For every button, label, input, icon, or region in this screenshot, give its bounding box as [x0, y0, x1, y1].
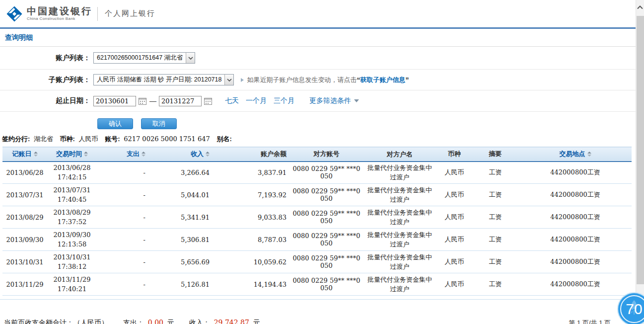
sort-icon	[34, 152, 38, 157]
cell-date: 2013/09/30	[2, 229, 47, 251]
cell-date: 2013/10/31	[2, 251, 47, 273]
account-list-row: 账户列表： 6217002650001751647 湖北省	[0, 47, 636, 70]
banner-divider	[97, 7, 98, 21]
column-header-expense[interactable]: 支出	[97, 147, 151, 162]
cell-expense: -	[97, 273, 151, 296]
sort-icon	[587, 152, 591, 157]
scrollbar-thumb[interactable]	[637, 16, 644, 284]
cell-currency: 人民币	[437, 273, 472, 296]
cell-location: 442000800工资	[519, 184, 632, 206]
cell-time: 2013/08/2917:37:52	[47, 206, 97, 229]
close-quote: ”	[405, 76, 409, 84]
cell-balance: 8,787.03	[214, 229, 290, 251]
income-total-value: 29,742.87	[214, 319, 249, 324]
cell-counter_account: 0080 0229 59** ***0 050	[290, 251, 362, 273]
calendar-icon[interactable]	[139, 97, 146, 105]
scroll-up-button[interactable]	[636, 0, 644, 15]
sub-account-hint: 如果近期子账户信息发生变动，请点击 “ 获取子账户信息 ”	[241, 76, 409, 84]
column-label: 账户余额	[261, 150, 286, 158]
more-filters-link[interactable]: 更多筛选条件	[309, 96, 359, 105]
column-label: 交易时间	[56, 150, 82, 158]
bank-name-en: China Construction Bank	[27, 16, 92, 21]
account-list-select[interactable]: 6217002650001751647 湖北省	[93, 52, 195, 64]
cell-counter_name: 批量代付业务资金集中过渡户	[362, 251, 437, 273]
income-unit: 元	[253, 319, 260, 324]
cell-expense: -	[97, 206, 151, 229]
cell-counter_account: 0080 0229 59** ***0 050	[290, 162, 362, 184]
table-header-row: 记账日交易时间支出收入账户余额对方账号对方户名币种摘要交易地点	[2, 147, 632, 162]
currency-label: 币种:	[60, 135, 75, 143]
cell-time: 2013/10/3117:38:12	[47, 251, 97, 273]
vertical-scrollbar[interactable]	[636, 0, 644, 324]
cell-summary: 工资	[472, 229, 519, 251]
cell-location: 442000800工资	[519, 229, 632, 251]
currency-value: 人民币	[79, 135, 98, 143]
quick-range-1month[interactable]: 一个月	[246, 96, 267, 105]
transactions-table: 记账日交易时间支出收入账户余额对方账号对方户名币种摘要交易地点 2013/06/…	[2, 147, 632, 296]
alias-label: 别名:	[216, 135, 231, 143]
confirm-button[interactable]: 确认	[97, 118, 133, 129]
totals-label: 当前页收支金额合计：（人民币）	[4, 319, 108, 324]
chevron-down-icon[interactable]	[224, 75, 233, 85]
cell-currency: 人民币	[437, 251, 472, 273]
calendar-icon[interactable]	[204, 97, 212, 105]
cell-income: 3,266.64	[151, 162, 214, 184]
cell-counter_name: 批量代付业务资金集中过渡户	[362, 206, 437, 229]
more-filters-label: 更多筛选条件	[309, 96, 351, 105]
expense-total-value: 0.00	[148, 319, 163, 324]
column-header-time[interactable]: 交易时间	[47, 147, 97, 162]
cell-location: 442000800工资	[519, 206, 632, 229]
cell-counter_name: 批量代付业务资金集中过渡户	[362, 229, 437, 251]
cell-income: 5,306.81	[151, 229, 214, 251]
cell-expense: -	[97, 184, 151, 206]
triangle-down-icon	[354, 99, 359, 102]
account-number-value: 6217 0026 5000 1751 647	[124, 135, 210, 143]
cell-balance: 3,837.91	[214, 162, 290, 184]
speed-badge[interactable]: 70	[618, 293, 644, 324]
date-separator: —	[149, 97, 156, 105]
cell-time: 2013/06/2817:42:15	[47, 162, 97, 184]
account-number-label: 账号:	[105, 135, 120, 143]
button-row: 确认 取消	[0, 112, 644, 132]
chevron-up-icon	[637, 5, 643, 9]
triangle-right-icon	[241, 78, 244, 82]
table-bottom-rule	[0, 299, 636, 300]
sub-account-select[interactable]: 人民币 活期储蓄 活期 钞 开户日期: 20120718	[93, 74, 234, 85]
cancel-button[interactable]: 取消	[141, 118, 177, 129]
cell-counter_account: 0080 0229 59** ***0 050	[290, 229, 362, 251]
get-sub-account-link[interactable]: 获取子账户信息	[360, 76, 405, 84]
sort-icon	[84, 152, 88, 157]
cell-counter_name: 批量代付业务资金集中过渡户	[362, 162, 437, 184]
column-header-income[interactable]: 收入	[151, 147, 214, 162]
column-label: 交易地点	[560, 150, 585, 158]
date-range-label: 起止日期：	[0, 96, 93, 105]
cell-location: 442000800工资	[519, 273, 632, 296]
cell-summary: 工资	[472, 251, 519, 273]
transaction-row: 2013/11/292013/11/2917:40:21-5,126.8114,…	[2, 273, 632, 296]
cell-time: 2013/07/3117:40:45	[47, 184, 97, 206]
quick-range-3months[interactable]: 三个月	[274, 96, 294, 105]
cell-time: 2013/11/2917:40:21	[47, 273, 97, 296]
date-from-input[interactable]	[93, 96, 136, 106]
branch-label: 签约分行:	[2, 135, 30, 143]
column-header-date[interactable]: 记账日	[2, 147, 47, 162]
quick-range-7days[interactable]: 七天	[225, 96, 239, 105]
sort-icon	[142, 152, 145, 157]
date-to-input[interactable]	[159, 96, 202, 106]
cell-counter_account: 0080 0229 59** ***0 050	[290, 206, 362, 229]
cell-counter_name: 批量代付业务资金集中过渡户	[362, 184, 437, 206]
cell-counter_account: 0080 0229 59** ***0 050	[290, 273, 362, 296]
date-range-row: 起止日期： — 七天 一个月 三个月 更多筛选条件	[0, 90, 636, 112]
column-header-location[interactable]: 交易地点	[519, 147, 632, 162]
cell-expense: -	[97, 162, 151, 184]
account-info-line: 签约分行: 湖北省 币种: 人民币 账号: 6217 0026 5000 175…	[0, 132, 644, 147]
bank-name-cn: 中国建设银行	[27, 6, 92, 16]
portal-name: 个人网上银行	[105, 9, 155, 18]
chevron-down-icon[interactable]	[186, 53, 195, 63]
cell-income: 5,341.91	[151, 206, 214, 229]
cell-income: 5,126.81	[151, 273, 214, 296]
page-totals: 当前页收支金额合计：（人民币） 支出： 0.00 元 收入： 29,742.87…	[4, 319, 260, 324]
cell-balance: 10,059.62	[214, 251, 290, 273]
cell-currency: 人民币	[437, 229, 472, 251]
cell-balance: 14,194.43	[214, 273, 290, 296]
